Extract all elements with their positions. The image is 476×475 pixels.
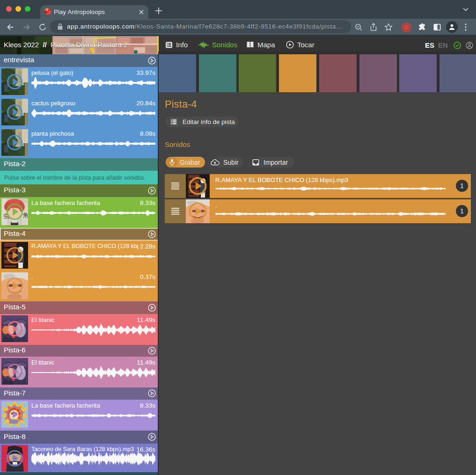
svg-text:角: 角 bbox=[22, 212, 28, 219]
